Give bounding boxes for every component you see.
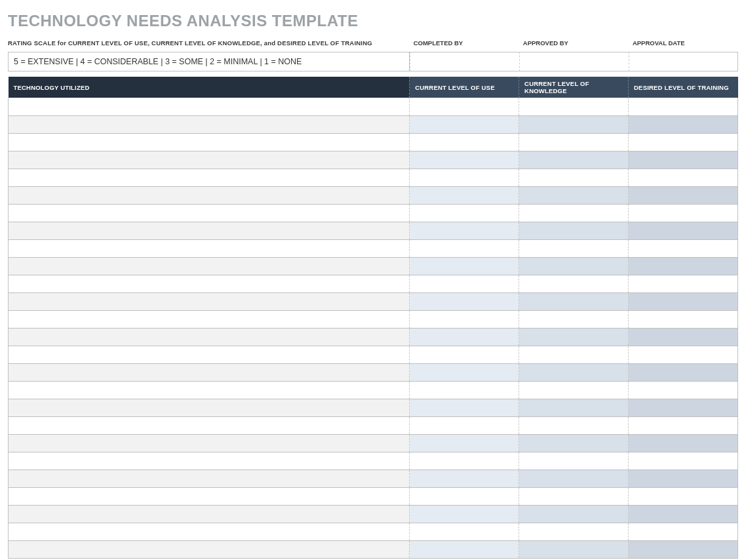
cell-knowledge-input[interactable] bbox=[519, 364, 628, 381]
cell-training-input[interactable] bbox=[629, 222, 737, 239]
cell-training-input[interactable] bbox=[629, 169, 737, 186]
cell-technology-input[interactable] bbox=[9, 364, 409, 381]
cell-technology-input[interactable] bbox=[9, 275, 409, 292]
cell-technology-input[interactable] bbox=[9, 169, 409, 186]
cell-knowledge-input[interactable] bbox=[519, 98, 628, 115]
cell-use-input[interactable] bbox=[410, 98, 519, 115]
cell-technology-input[interactable] bbox=[9, 258, 409, 275]
cell-training-input[interactable] bbox=[629, 98, 737, 115]
cell-training-input[interactable] bbox=[629, 506, 737, 523]
cell-technology-input[interactable] bbox=[9, 382, 409, 399]
cell-technology-input[interactable] bbox=[9, 311, 409, 328]
cell-training-input[interactable] bbox=[629, 523, 737, 540]
cell-use-input[interactable] bbox=[410, 169, 519, 186]
cell-technology-input[interactable] bbox=[9, 346, 409, 363]
cell-use-input[interactable] bbox=[410, 506, 519, 523]
cell-use-input[interactable] bbox=[410, 151, 519, 169]
cell-technology-input[interactable] bbox=[9, 541, 409, 558]
cell-technology-input[interactable] bbox=[9, 293, 409, 310]
cell-knowledge-input[interactable] bbox=[519, 258, 628, 275]
cell-training-input[interactable] bbox=[629, 116, 737, 133]
cell-technology-input[interactable] bbox=[9, 329, 409, 346]
cell-use-input[interactable] bbox=[410, 134, 519, 151]
cell-technology-input[interactable] bbox=[9, 205, 409, 222]
cell-knowledge-input[interactable] bbox=[519, 151, 628, 169]
cell-use-input[interactable] bbox=[410, 258, 519, 275]
cell-use-input[interactable] bbox=[410, 364, 519, 381]
cell-training-input[interactable] bbox=[629, 470, 737, 487]
completed-by-input[interactable] bbox=[410, 52, 519, 71]
cell-technology-input[interactable] bbox=[9, 417, 409, 434]
cell-knowledge-input[interactable] bbox=[519, 346, 628, 363]
cell-use-input[interactable] bbox=[410, 541, 519, 558]
cell-training-input[interactable] bbox=[629, 151, 737, 169]
cell-knowledge-input[interactable] bbox=[519, 435, 628, 452]
cell-use-input[interactable] bbox=[410, 470, 519, 487]
approved-by-input[interactable] bbox=[519, 52, 629, 71]
cell-use-input[interactable] bbox=[410, 382, 519, 399]
cell-knowledge-input[interactable] bbox=[519, 275, 628, 292]
cell-use-input[interactable] bbox=[410, 293, 519, 310]
cell-use-input[interactable] bbox=[410, 329, 519, 346]
cell-knowledge-input[interactable] bbox=[519, 169, 628, 186]
cell-technology-input[interactable] bbox=[9, 488, 409, 505]
cell-technology-input[interactable] bbox=[9, 470, 409, 487]
cell-technology-input[interactable] bbox=[9, 151, 409, 169]
cell-knowledge-input[interactable] bbox=[519, 116, 628, 133]
cell-technology-input[interactable] bbox=[9, 222, 409, 239]
cell-use-input[interactable] bbox=[410, 488, 519, 505]
cell-training-input[interactable] bbox=[629, 311, 737, 328]
cell-knowledge-input[interactable] bbox=[519, 541, 628, 558]
cell-use-input[interactable] bbox=[410, 222, 519, 239]
cell-use-input[interactable] bbox=[410, 523, 519, 540]
cell-technology-input[interactable] bbox=[9, 523, 409, 540]
cell-training-input[interactable] bbox=[629, 346, 737, 363]
cell-knowledge-input[interactable] bbox=[519, 523, 628, 540]
cell-use-input[interactable] bbox=[410, 452, 519, 470]
cell-training-input[interactable] bbox=[629, 134, 737, 151]
cell-knowledge-input[interactable] bbox=[519, 452, 628, 470]
cell-use-input[interactable] bbox=[410, 240, 519, 257]
cell-training-input[interactable] bbox=[629, 205, 737, 222]
cell-knowledge-input[interactable] bbox=[519, 488, 628, 505]
cell-knowledge-input[interactable] bbox=[519, 187, 628, 204]
cell-use-input[interactable] bbox=[410, 311, 519, 328]
cell-use-input[interactable] bbox=[410, 399, 519, 416]
cell-training-input[interactable] bbox=[629, 293, 737, 310]
cell-training-input[interactable] bbox=[629, 452, 737, 470]
cell-training-input[interactable] bbox=[629, 541, 737, 558]
cell-use-input[interactable] bbox=[410, 116, 519, 133]
cell-training-input[interactable] bbox=[629, 364, 737, 381]
cell-technology-input[interactable] bbox=[9, 435, 409, 452]
cell-training-input[interactable] bbox=[629, 240, 737, 257]
cell-knowledge-input[interactable] bbox=[519, 329, 628, 346]
cell-use-input[interactable] bbox=[410, 417, 519, 434]
cell-knowledge-input[interactable] bbox=[519, 417, 628, 434]
cell-training-input[interactable] bbox=[629, 488, 737, 505]
cell-technology-input[interactable] bbox=[9, 134, 409, 151]
cell-knowledge-input[interactable] bbox=[519, 382, 628, 399]
cell-knowledge-input[interactable] bbox=[519, 205, 628, 222]
cell-training-input[interactable] bbox=[629, 417, 737, 434]
cell-knowledge-input[interactable] bbox=[519, 506, 628, 523]
cell-use-input[interactable] bbox=[410, 275, 519, 292]
cell-training-input[interactable] bbox=[629, 258, 737, 275]
cell-knowledge-input[interactable] bbox=[519, 399, 628, 416]
cell-use-input[interactable] bbox=[410, 435, 519, 452]
cell-knowledge-input[interactable] bbox=[519, 470, 628, 487]
cell-training-input[interactable] bbox=[629, 275, 737, 292]
cell-technology-input[interactable] bbox=[9, 506, 409, 523]
cell-training-input[interactable] bbox=[629, 399, 737, 416]
cell-knowledge-input[interactable] bbox=[519, 311, 628, 328]
cell-technology-input[interactable] bbox=[9, 187, 409, 204]
cell-training-input[interactable] bbox=[629, 187, 737, 204]
cell-use-input[interactable] bbox=[410, 187, 519, 204]
cell-use-input[interactable] bbox=[410, 205, 519, 222]
cell-technology-input[interactable] bbox=[9, 116, 409, 133]
approval-date-input[interactable] bbox=[629, 52, 738, 71]
cell-training-input[interactable] bbox=[629, 329, 737, 346]
cell-technology-input[interactable] bbox=[9, 399, 409, 416]
cell-knowledge-input[interactable] bbox=[519, 222, 628, 239]
cell-knowledge-input[interactable] bbox=[519, 134, 628, 151]
cell-training-input[interactable] bbox=[629, 435, 737, 452]
